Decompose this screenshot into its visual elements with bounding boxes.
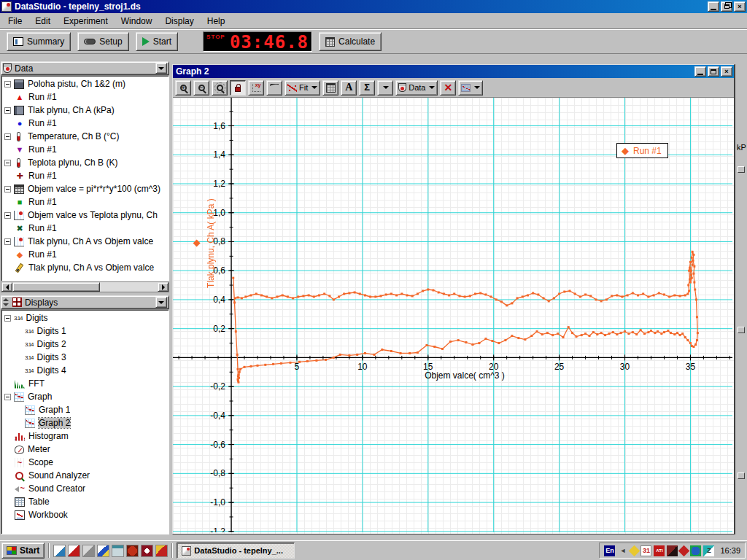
minimize-button[interactable] (708, 1, 719, 12)
graph-settings-button[interactable] (458, 80, 483, 96)
menu-edit[interactable]: Edit (28, 14, 57, 28)
delete-button[interactable]: ✕ (440, 80, 456, 96)
data-tree-item[interactable]: Temperature, Ch B (°C) (1, 130, 169, 143)
data-tree-item[interactable]: Objem valce = pi*r*r*y*100 (cm^3) (1, 182, 169, 195)
calculate-button[interactable]: Calculate (319, 32, 382, 51)
displays-tree-item[interactable]: 3.14Digits 2 (1, 338, 169, 351)
main-titlebar[interactable]: DataStudio - tepelny_stroj1.ds × (0, 0, 747, 13)
data-tree-item[interactable]: Poloha pistu, Ch 1&2 (m) (1, 77, 169, 90)
displays-tree-item[interactable]: Histogram (1, 429, 169, 443)
data-tree-item[interactable]: Tlak plynu, Ch A vs Objem valce (1, 235, 169, 248)
scrollbar-thumb[interactable] (12, 282, 100, 292)
data-menu-button[interactable]: Data (395, 80, 438, 96)
data-tree-run[interactable]: ▼Run #1 (1, 143, 169, 156)
menu-file[interactable]: File (1, 14, 28, 28)
agent-icon[interactable] (667, 545, 678, 556)
collapse-icon[interactable] (4, 394, 11, 400)
displays-tree-item[interactable]: 3.14Digits 1 (1, 324, 169, 338)
displays-tree-item[interactable]: 3.14Digits 3 (1, 351, 169, 364)
displays-tree-item[interactable]: Sound Creator (1, 482, 169, 495)
sync-icon[interactable] (678, 545, 690, 556)
displays-tree-item[interactable]: Sound Analyzer (1, 469, 169, 482)
data-tree-run[interactable]: ✚Run #1 (1, 169, 169, 182)
quicklaunch-browser-icon[interactable] (126, 545, 139, 557)
displays-tree-item[interactable]: 3.14Digits 4 (1, 364, 169, 377)
displays-tree-item[interactable]: FFT (1, 377, 169, 390)
graph-close-button[interactable]: × (721, 66, 732, 77)
collapse-icon[interactable] (4, 238, 11, 245)
text-tool-button[interactable]: A (341, 80, 357, 96)
scale-to-fit-button[interactable] (230, 80, 246, 96)
language-indicator[interactable]: En (604, 545, 615, 556)
data-tree-run[interactable]: ▲Run #1 (1, 90, 169, 104)
scroll-right-button[interactable] (158, 282, 169, 292)
collapse-icon[interactable] (4, 186, 11, 192)
quicklaunch-tool-icon[interactable] (82, 545, 95, 557)
data-tree-hscrollbar[interactable] (1, 281, 169, 292)
calendar-icon[interactable]: 31 (640, 545, 651, 556)
quicklaunch-media-icon[interactable] (155, 545, 168, 557)
statistics-dropdown-button[interactable] (377, 80, 393, 96)
menu-display[interactable]: Display (158, 14, 200, 28)
scrollbar-track[interactable] (100, 282, 158, 292)
collapse-icon[interactable] (4, 81, 11, 88)
collapse-icon[interactable] (4, 107, 11, 114)
collapse-icon[interactable] (4, 212, 11, 219)
volume-icon[interactable]: ◄ (617, 545, 628, 556)
displays-tree-item[interactable]: 3.14Digits (1, 311, 169, 324)
data-dropdown-button[interactable] (155, 63, 167, 74)
network-icon[interactable] (690, 545, 701, 556)
quicklaunch-write-icon[interactable] (97, 545, 109, 557)
plot-area[interactable]: 51015202530351,61,41,21,00,80,60,40,2-0,… (173, 98, 734, 534)
start-menu-button[interactable]: Start (1, 542, 44, 559)
quicklaunch-calculator-icon[interactable] (112, 545, 124, 557)
scheduler-icon[interactable] (629, 545, 640, 556)
summary-button[interactable]: Summary (7, 32, 71, 51)
restore-button[interactable] (721, 1, 732, 12)
x-axis-label[interactable]: Objem valce( cm^3 ) (355, 370, 574, 381)
quicklaunch-notes-icon[interactable] (53, 545, 66, 557)
displays-tree-item[interactable]: Graph 1 (1, 403, 169, 416)
background-window-edge[interactable]: kP (735, 64, 747, 534)
data-tree-item[interactable]: Teplota plynu, Ch B (K) (1, 156, 169, 169)
displays-tree-item[interactable]: Meter (1, 443, 169, 456)
pen-tool-icon[interactable]: Z (703, 545, 714, 556)
displays-tree-item[interactable]: Workbook (1, 508, 169, 521)
displays-tree-item[interactable]: Table (1, 495, 169, 508)
graph-minimize-button[interactable] (694, 66, 706, 77)
setup-button[interactable]: Setup (77, 32, 128, 51)
y-axis-label[interactable]: ◆ Tlak plynu, Ch A( kPa ) (190, 171, 216, 316)
scroll-left-button[interactable] (1, 282, 12, 292)
menu-window[interactable]: Window (115, 14, 159, 28)
menu-help[interactable]: Help (201, 14, 232, 28)
quicklaunch-acrobat-icon[interactable] (68, 545, 80, 557)
displays-tree-item[interactable]: ~Scope (1, 456, 169, 469)
chart-legend[interactable]: ◆ Run #1 (616, 143, 668, 158)
smart-tool-button[interactable] (248, 80, 264, 96)
displays-tree-item[interactable]: Graph (1, 390, 169, 403)
data-section-header[interactable]: Data (1, 61, 169, 75)
ati-icon[interactable]: ATI (654, 545, 665, 556)
data-tree-run[interactable]: ◆Run #1 (1, 248, 169, 261)
data-tree-item[interactable]: Objem valce vs Teplota plynu, Ch (1, 209, 169, 222)
collapse-icon[interactable] (4, 315, 11, 322)
data-tree-run[interactable]: ■Run #1 (1, 195, 169, 209)
graph-maximize-button[interactable] (708, 66, 719, 77)
zoom-out-button[interactable]: − (193, 80, 209, 96)
displays-dropdown-button[interactable] (155, 297, 167, 308)
close-button[interactable]: × (734, 1, 746, 12)
graph-calculate-button[interactable] (322, 80, 338, 96)
collapse-icon[interactable] (4, 133, 11, 140)
statistics-button[interactable]: Σ (359, 80, 375, 96)
zoom-in-button[interactable]: + (175, 80, 191, 96)
slope-tool-button[interactable] (266, 80, 282, 96)
displays-tree-item-selected[interactable]: Graph 2 (1, 416, 169, 429)
fit-menu-button[interactable]: Fit (285, 80, 320, 96)
datastudio-task-button[interactable]: DataStudio - tepelny_... (177, 542, 295, 559)
displays-section-header[interactable]: Displays (1, 295, 169, 309)
data-tree-item[interactable]: Tlak plynu, Ch A vs Objem valce (1, 261, 169, 274)
start-button[interactable]: Start (136, 32, 178, 51)
graph-window-titlebar[interactable]: Graph 2 × (173, 65, 734, 78)
data-tree-run[interactable]: ✖Run #1 (1, 222, 169, 235)
menu-experiment[interactable]: Experiment (57, 14, 115, 28)
